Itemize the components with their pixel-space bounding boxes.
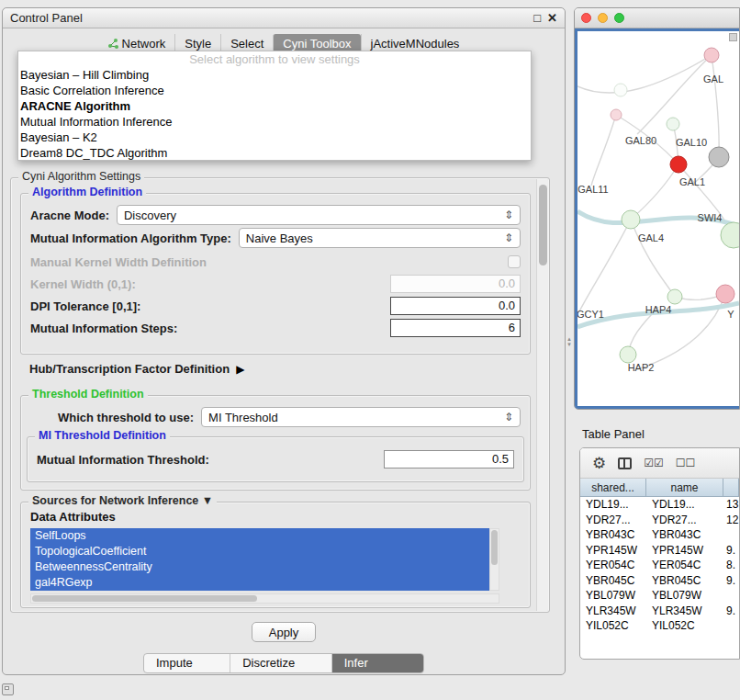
data-attributes-label: Data Attributes: [30, 510, 116, 524]
cell: YBL079W: [580, 589, 646, 602]
hub-definition-expander[interactable]: Hub/Transcription Factor Definition ▶: [29, 362, 244, 376]
attribute-item-selected[interactable]: TopologicalCoefficient: [30, 544, 489, 559]
birdseye-toggle[interactable]: [729, 33, 737, 41]
column-header-shared-name[interactable]: shared...: [580, 479, 646, 497]
scrollbar-thumb[interactable]: [32, 595, 257, 602]
attributes-horizontal-scrollbar[interactable]: [30, 593, 499, 604]
network-node-red[interactable]: [670, 156, 687, 173]
cell: YLR345W: [646, 604, 723, 617]
minimize-traffic-light[interactable]: [598, 13, 608, 23]
cell: YER054C: [646, 559, 723, 571]
algorithm-option[interactable]: Dream8 DC_TDC Algorithm: [18, 145, 531, 161]
panel-splitter[interactable]: ▴ ▾: [566, 336, 573, 347]
column-header-cut[interactable]: [723, 479, 739, 497]
group-title: Cyni Algorithm Settings: [18, 170, 144, 183]
manual-kernel-width-checkbox[interactable]: [508, 255, 521, 268]
table-row[interactable]: YDL19...YDL19...13: [580, 497, 739, 513]
cell: YPR145W: [646, 544, 723, 557]
network-node[interactable]: [667, 118, 679, 130]
attribute-item-selected[interactable]: gal4RGexp: [30, 575, 489, 591]
network-node-label: HAP2: [628, 362, 655, 373]
columns-icon[interactable]: [618, 457, 632, 469]
table-row[interactable]: YBR045CYBR045C9.: [580, 573, 739, 589]
cell: 8.: [723, 559, 739, 571]
tab-infer-network[interactable]: Infer Network: [331, 654, 423, 672]
which-threshold-select[interactable]: MI Threshold ⇕: [201, 407, 521, 427]
network-node[interactable]: [620, 346, 636, 363]
select-all-checkboxes-icon[interactable]: ☑☑: [644, 457, 664, 469]
network-edge: [591, 115, 616, 186]
kernel-width-input[interactable]: 0.0: [390, 275, 521, 293]
network-node-pink[interactable]: [716, 285, 734, 303]
restore-panel-icon[interactable]: [2, 683, 14, 695]
network-node[interactable]: [611, 109, 622, 120]
attribute-item-selected[interactable]: SelfLoops: [30, 528, 489, 544]
scrollbar-thumb[interactable]: [539, 185, 547, 265]
close-icon[interactable]: ✕: [547, 12, 557, 24]
close-traffic-light[interactable]: [581, 13, 591, 23]
mi-threshold-label: Mutual Information Threshold:: [37, 453, 209, 467]
attribute-item-selected[interactable]: BetweennessCentrality: [30, 559, 489, 575]
algorithm-option[interactable]: Bayesian – K2: [18, 130, 531, 145]
dpi-tolerance-input[interactable]: 0.0: [390, 297, 521, 315]
network-edge: [712, 55, 719, 157]
cell: 13: [723, 498, 739, 511]
network-node-label: Y: [727, 309, 734, 320]
algorithm-option-selected[interactable]: ARACNE Algorithm: [18, 98, 531, 114]
network-edge: [631, 220, 675, 297]
algorithm-option[interactable]: Basic Correlation Inference: [18, 83, 531, 98]
network-node-label: GAL1: [679, 176, 705, 187]
gear-icon[interactable]: ⚙: [592, 454, 606, 473]
collapse-right-icon: ▶: [236, 363, 244, 376]
network-node[interactable]: [721, 222, 739, 248]
mi-algorithm-type-select[interactable]: Naive Bayes ⇕: [239, 228, 521, 248]
network-node-label: GAL11: [577, 184, 608, 195]
dpi-tolerance-label: DPI Tolerance [0,1]:: [30, 299, 140, 313]
mi-algorithm-type-label: Mutual Information Algorithm Type:: [30, 231, 231, 245]
mi-steps-input[interactable]: 6: [390, 319, 521, 337]
attributes-vertical-scrollbar[interactable]: [489, 528, 499, 591]
tab-label: Style: [185, 37, 211, 51]
threshold-definition-group: Threshold Definition Which threshold to …: [20, 395, 531, 491]
table-row[interactable]: YBR043CYBR043C: [580, 527, 739, 543]
group-title-text: Sources for Network Inference: [32, 494, 198, 507]
table-row[interactable]: YLR345WYLR345W9.: [580, 604, 739, 619]
sources-expander[interactable]: Sources for Network Inference ▼: [28, 494, 217, 507]
cell: YBR043C: [646, 528, 723, 541]
manual-kernel-width-label: Manual Kernel Width Definition: [30, 255, 207, 269]
apply-button[interactable]: Apply: [252, 622, 316, 642]
algorithm-option[interactable]: Mutual Information Inference: [18, 114, 531, 130]
network-node-gray[interactable]: [709, 147, 729, 167]
deselect-all-checkboxes-icon[interactable]: ☐☐: [676, 457, 696, 469]
settings-scrollbar[interactable]: [536, 179, 548, 611]
network-node[interactable]: [704, 48, 719, 62]
table-row[interactable]: YDR27...YDR27...12: [580, 513, 739, 528]
control-panel-titlebar: Control Panel □ ✕: [3, 8, 565, 28]
table-row[interactable]: YBL079WYBL079W: [580, 588, 739, 604]
table-row[interactable]: YER054CYER054C8.: [580, 558, 739, 573]
hub-definition-label: Hub/Transcription Factor Definition: [29, 362, 230, 376]
tab-impute-data[interactable]: Impute Data: [144, 654, 230, 672]
algorithm-dropdown-popup: Select algorithm to view settings Bayesi…: [17, 51, 532, 161]
combo-arrows-icon: ⇕: [504, 231, 513, 244]
network-node[interactable]: [667, 289, 682, 304]
network-canvas[interactable]: GAL GAL80 GAL10 GAL11 GAL1 SWI4 GAL4 GCY…: [577, 31, 739, 406]
column-header-name[interactable]: name: [646, 479, 723, 497]
cell: 9.: [723, 574, 739, 587]
cell: YBL079W: [646, 589, 723, 602]
network-node[interactable]: [622, 210, 640, 229]
tab-discretize-data[interactable]: Discretize Data: [230, 654, 331, 672]
aracne-mode-select[interactable]: Discovery ⇕: [117, 205, 521, 225]
algorithm-option[interactable]: Bayesian – Hill Climbing: [18, 67, 531, 83]
table-row[interactable]: YPR145WYPR145W9.: [580, 543, 739, 559]
table-row[interactable]: YIL052CYIL052C: [580, 618, 739, 634]
scrollbar-thumb[interactable]: [491, 530, 498, 565]
mi-threshold-input[interactable]: 0.5: [384, 450, 514, 469]
cell: YPR145W: [580, 544, 646, 557]
mi-steps-label: Mutual Information Steps:: [30, 322, 177, 335]
float-window-icon[interactable]: □: [533, 12, 541, 24]
network-edge: [579, 220, 631, 311]
zoom-traffic-light[interactable]: [614, 13, 624, 23]
network-node-label: GCY1: [577, 309, 604, 320]
network-node[interactable]: [614, 84, 627, 96]
